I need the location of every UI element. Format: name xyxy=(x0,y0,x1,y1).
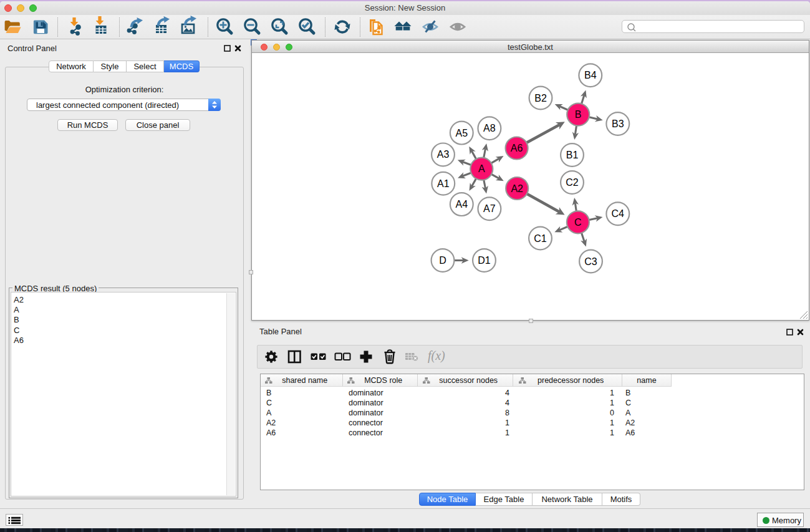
svg-text:D: D xyxy=(439,255,446,266)
svg-text:A5: A5 xyxy=(456,128,468,138)
svg-text:C3: C3 xyxy=(584,256,597,267)
svg-text:A2: A2 xyxy=(511,183,523,194)
svg-text:B1: B1 xyxy=(566,150,579,160)
svg-text:C4: C4 xyxy=(612,208,625,219)
svg-text:D1: D1 xyxy=(478,255,491,266)
svg-text:A: A xyxy=(478,163,485,174)
svg-text:A7: A7 xyxy=(483,203,496,214)
svg-text:C2: C2 xyxy=(566,177,579,188)
svg-text:C1: C1 xyxy=(534,233,547,244)
svg-text:B3: B3 xyxy=(612,118,624,129)
svg-text:A6: A6 xyxy=(511,143,523,153)
svg-text:B4: B4 xyxy=(584,70,597,80)
svg-text:A8: A8 xyxy=(483,123,496,133)
svg-text:A4: A4 xyxy=(456,199,468,210)
svg-text:B2: B2 xyxy=(534,93,547,104)
svg-text:A3: A3 xyxy=(437,149,450,160)
svg-text:C: C xyxy=(574,217,582,228)
svg-text:A1: A1 xyxy=(437,178,450,189)
svg-text:B: B xyxy=(575,109,582,120)
